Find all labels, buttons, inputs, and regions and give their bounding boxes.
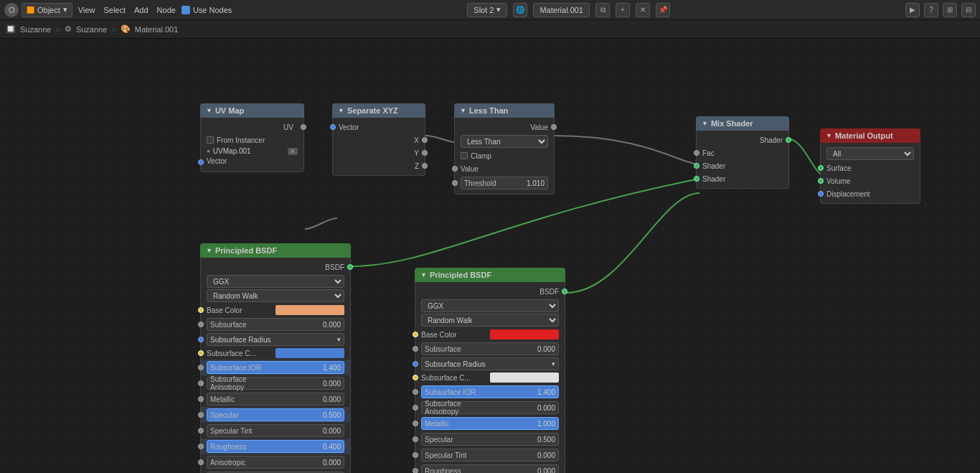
menu-view[interactable]: View bbox=[78, 6, 95, 14]
node-canvas[interactable]: ▼ UV Map UV From Instancer ● UVMap.001 ✕ bbox=[0, 39, 980, 473]
help-icon[interactable]: ? bbox=[924, 3, 938, 17]
material-name[interactable]: Material.001 bbox=[533, 3, 590, 17]
pbsdf-l-ss-radius-dropdown[interactable]: Subsurface Radius ▾ bbox=[207, 333, 344, 346]
lt-clamp-checkbox[interactable] bbox=[461, 152, 468, 159]
pbsdf-l-anisotropic-field[interactable]: Anisotropic 0.000 bbox=[207, 456, 344, 469]
node-less-than[interactable]: ▼ Less Than Value Less Than Clamp bbox=[454, 103, 555, 195]
render-icon[interactable]: ▶ bbox=[905, 3, 920, 17]
pbsdf-r-roughness-field[interactable]: Roughness 0.000 bbox=[421, 464, 559, 473]
node-pbsdf-left-header[interactable]: ▼ Principled BSDF bbox=[200, 243, 351, 258]
pbsdf-r-specular-field[interactable]: Specular 0.500 bbox=[421, 433, 559, 446]
pbsdf-r-subsurface-socket[interactable] bbox=[413, 346, 418, 352]
sep-x-socket[interactable] bbox=[422, 137, 428, 143]
matout-surface-socket[interactable] bbox=[818, 165, 824, 171]
pbsdf-r-ss-ior-socket[interactable] bbox=[413, 389, 418, 395]
matout-displacement-socket[interactable] bbox=[818, 191, 824, 197]
pbsdf-l-metallic-field[interactable]: Metallic 0.000 bbox=[207, 393, 344, 406]
node-lt-header[interactable]: ▼ Less Than bbox=[454, 103, 555, 118]
uv-output-socket[interactable] bbox=[301, 124, 306, 130]
menu-select[interactable]: Select bbox=[103, 6, 126, 14]
vector-output-socket[interactable] bbox=[198, 159, 204, 165]
lt-operation-row[interactable]: Less Than bbox=[461, 135, 548, 148]
pbsdf-r-ss-method-row[interactable]: Random Walk bbox=[421, 314, 559, 327]
node-separate-xyz[interactable]: ▼ Separate XYZ Vector X Y Z bbox=[332, 103, 425, 176]
pbsdf-l-ss-method-dropdown[interactable]: Random Walk bbox=[207, 289, 344, 302]
workspace-icon[interactable]: ⊟ bbox=[961, 3, 976, 17]
pbsdf-r-ss-radius-socket[interactable] bbox=[413, 361, 418, 367]
pbsdf-l-subsurface-field[interactable]: Subsurface 0.000 bbox=[207, 318, 344, 331]
pbsdf-l-anisotropic-socket[interactable] bbox=[198, 459, 204, 465]
mix-shader1-socket[interactable] bbox=[694, 163, 699, 169]
pbsdf-l-dist-row[interactable]: GGX bbox=[207, 275, 344, 288]
pbsdf-l-specular-tint-socket[interactable] bbox=[198, 428, 204, 434]
node-pbsdf-left[interactable]: ▼ Principled BSDF BSDF GGX Random Walk bbox=[200, 243, 351, 473]
lt-operation-dropdown[interactable]: Less Than bbox=[461, 135, 548, 148]
node-mix-shader[interactable]: ▼ Mix Shader Shader Fac Shader Shader bbox=[696, 116, 789, 189]
pbsdf-r-specular-socket[interactable] bbox=[413, 436, 418, 442]
slot-dropdown[interactable]: Slot 2 ▾ bbox=[467, 3, 507, 17]
sep-y-socket[interactable] bbox=[422, 150, 428, 156]
pbsdf-l-ss-radius-socket[interactable] bbox=[198, 337, 204, 342]
pbsdf-l-ss-method-row[interactable]: Random Walk bbox=[207, 289, 344, 302]
pbsdf-r-ss-ior-field[interactable]: Subsurface IOR 1.400 bbox=[421, 385, 559, 398]
use-nodes-toggle[interactable]: Use Nodes bbox=[182, 6, 232, 14]
pbsdf-r-specular-tint-socket[interactable] bbox=[413, 452, 418, 458]
node-uv-map[interactable]: ▼ UV Map UV From Instancer ● UVMap.001 ✕ bbox=[200, 103, 304, 172]
lt-value-in-socket[interactable] bbox=[452, 166, 458, 172]
sep-z-socket[interactable] bbox=[422, 163, 428, 169]
node-sep-header[interactable]: ▼ Separate XYZ bbox=[332, 103, 425, 118]
pbsdf-l-specular-tint-field[interactable]: Specular Tint 0.000 bbox=[207, 424, 344, 437]
mix-shader2-socket[interactable] bbox=[694, 176, 699, 182]
editor-type-icon[interactable]: ⊞ bbox=[943, 3, 957, 17]
mix-shader-out-socket[interactable] bbox=[786, 137, 791, 143]
pbsdf-r-ss-c-swatch[interactable] bbox=[490, 373, 559, 383]
pbsdf-l-dist-dropdown[interactable]: GGX bbox=[207, 275, 344, 288]
pbsdf-l-metallic-socket[interactable] bbox=[198, 396, 204, 402]
node-pbsdf-right[interactable]: ▼ Principled BSDF BSDF GGX Random Walk bbox=[415, 268, 565, 473]
pbsdf-l-bsdf-socket[interactable] bbox=[347, 264, 353, 270]
pbsdf-r-ss-radius-dropdown[interactable]: Subsurface Radius ▾ bbox=[421, 357, 559, 370]
menu-add[interactable]: Add bbox=[134, 6, 149, 14]
lt-threshold-field[interactable]: Threshold 1.010 bbox=[461, 177, 548, 189]
pbsdf-l-ss-ior-socket[interactable] bbox=[198, 365, 204, 370]
pbsdf-l-base-color-swatch[interactable] bbox=[275, 305, 344, 315]
pbsdf-r-ss-aniso-socket[interactable] bbox=[413, 405, 418, 411]
from-instancer-checkbox[interactable] bbox=[207, 136, 214, 144]
pbsdf-r-ss-aniso-field[interactable]: Subsurface Anisotropy 0.000 bbox=[421, 401, 559, 414]
node-material-output[interactable]: ▼ Material Output All Surface Volume bbox=[820, 128, 920, 204]
pbsdf-r-ss-method-dropdown[interactable]: Random Walk bbox=[421, 314, 559, 327]
pbsdf-l-roughness-field[interactable]: Roughness 0.400 bbox=[207, 440, 344, 453]
blender-logo[interactable]: ⬡ bbox=[4, 3, 19, 17]
mode-dropdown[interactable]: 🟧 Object ▾ bbox=[22, 3, 72, 17]
pbsdf-l-roughness-socket[interactable] bbox=[198, 444, 204, 449]
new-material-icon[interactable]: + bbox=[616, 3, 630, 17]
pbsdf-r-bsdf-socket[interactable] bbox=[562, 289, 567, 294]
pbsdf-l-ss-aniso-socket[interactable] bbox=[198, 380, 204, 386]
pbsdf-r-ss-c-socket[interactable] bbox=[413, 375, 418, 380]
copy-icon[interactable]: ⧉ bbox=[595, 3, 610, 17]
pbsdf-l-ss-aniso-field[interactable]: Subsurface Anisotropy 0.000 bbox=[207, 377, 344, 390]
matout-all-row[interactable]: All bbox=[826, 147, 914, 160]
uvmap-name[interactable]: UVMap.001 bbox=[213, 147, 283, 155]
use-nodes-checkbox[interactable] bbox=[182, 6, 190, 14]
pbsdf-r-base-color-socket[interactable] bbox=[413, 332, 418, 337]
pbsdf-r-base-color-swatch[interactable] bbox=[490, 329, 559, 339]
uvmap-delete[interactable]: ✕ bbox=[288, 148, 298, 155]
lt-threshold-socket[interactable] bbox=[452, 180, 458, 186]
node-mix-header[interactable]: ▼ Mix Shader bbox=[696, 116, 789, 131]
pbsdf-l-base-color-socket[interactable] bbox=[198, 307, 204, 313]
pbsdf-l-specular-socket[interactable] bbox=[198, 412, 204, 418]
node-pbsdf-right-header[interactable]: ▼ Principled BSDF bbox=[415, 268, 565, 282]
mix-fac-socket[interactable] bbox=[694, 150, 699, 156]
pbsdf-r-dist-dropdown[interactable]: GGX bbox=[421, 299, 559, 312]
pbsdf-r-metallic-socket[interactable] bbox=[413, 421, 418, 426]
pbsdf-r-roughness-socket[interactable] bbox=[413, 468, 418, 473]
breadcrumb-item-3[interactable]: Material.001 bbox=[135, 25, 179, 34]
pbsdf-r-dist-row[interactable]: GGX bbox=[421, 299, 559, 312]
node-matout-header[interactable]: ▼ Material Output bbox=[820, 128, 920, 143]
pbsdf-r-specular-tint-field[interactable]: Specular Tint 0.000 bbox=[421, 449, 559, 462]
delete-material-icon[interactable]: ✕ bbox=[636, 3, 650, 17]
matout-volume-socket[interactable] bbox=[818, 178, 824, 184]
pbsdf-l-subsurface-socket[interactable] bbox=[198, 322, 204, 327]
pbsdf-l-ss-c-swatch[interactable] bbox=[275, 348, 344, 358]
